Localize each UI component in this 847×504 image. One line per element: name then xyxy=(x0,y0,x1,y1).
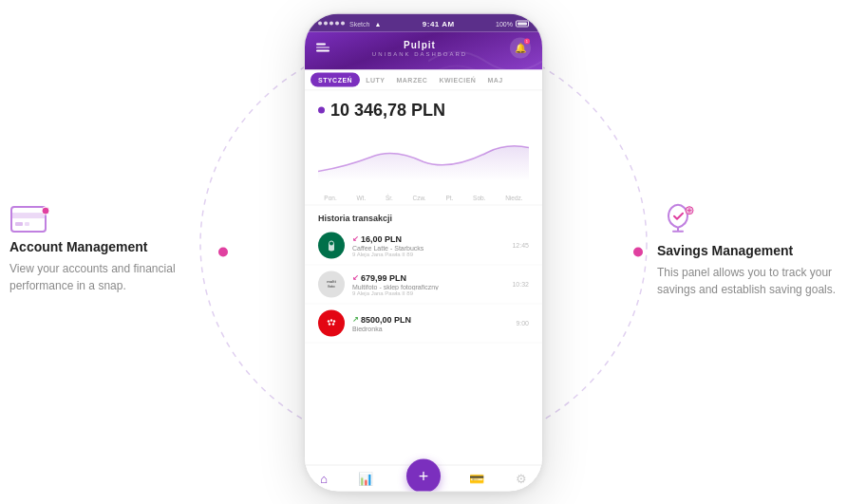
svg-point-14 xyxy=(332,323,334,325)
transactions-section: Historia transakcji ↙ 16,00 PLN xyxy=(305,204,542,464)
feature-right-title: Savings Management xyxy=(657,242,838,257)
balance-dot xyxy=(318,106,325,113)
nav-card[interactable]: 💳 xyxy=(469,471,484,485)
transaction-1-amount: ↙ 16,00 PLN xyxy=(352,233,504,243)
biedronka-logo xyxy=(318,309,345,336)
transaction-item[interactable]: multifoto ↙ 679,99 PLN Multifoto - sklep… xyxy=(305,265,542,304)
wifi-icon: ▲ xyxy=(374,20,381,27)
svg-point-8 xyxy=(329,241,333,245)
battery-fill xyxy=(518,22,527,25)
transaction-3-details: ↗ 8500,00 PLN Biedronka xyxy=(352,314,508,331)
balance-section: 10 346,78 PLN xyxy=(305,90,542,123)
transaction-2-name: Multifoto - sklep fotograficzny xyxy=(352,283,504,289)
status-time: 9:41 AM xyxy=(423,19,455,28)
transaction-item[interactable]: ↙ 16,00 PLN Caffee Latte - Starbucks 9 A… xyxy=(305,226,542,265)
hamburger-line-3 xyxy=(316,50,329,52)
fab-area: + xyxy=(406,458,441,492)
svg-rect-3 xyxy=(15,222,23,226)
nav-settings[interactable]: ⚙ xyxy=(516,471,527,485)
signal-dot-1 xyxy=(318,22,322,26)
status-bar: Sketch ▲ 9:41 AM 100% xyxy=(305,13,542,31)
account-management-icon xyxy=(9,201,199,239)
arrow-down-icon-2: ↙ xyxy=(352,273,359,282)
signal-dot-5 xyxy=(341,22,345,26)
transactions-title: Historia transakcji xyxy=(305,205,542,226)
transaction-3-name: Biedronka xyxy=(352,325,508,331)
left-connector-dot xyxy=(218,247,228,256)
transaction-3-time: 9:00 xyxy=(516,320,529,327)
svg-point-10 xyxy=(328,320,329,322)
battery-icon xyxy=(516,20,529,27)
menu-icon[interactable] xyxy=(316,44,329,52)
starbucks-logo xyxy=(318,232,345,258)
page-container: Account Management View your accounts an… xyxy=(0,0,847,504)
signal-dot-3 xyxy=(329,22,333,26)
multifoto-text: multifoto xyxy=(327,280,336,289)
transaction-2-time: 10:32 xyxy=(512,281,529,288)
month-tab-marzec[interactable]: MARZEC xyxy=(390,69,433,89)
hamburger-line-2 xyxy=(316,47,329,48)
bell-icon: 🔔 xyxy=(515,43,526,53)
nav-chart[interactable]: 📊 xyxy=(358,471,373,485)
settings-icon: ⚙ xyxy=(516,471,527,485)
days-row: Pon. Wt. Śr. Czw. Pt. Sob. Niedz. xyxy=(305,190,542,204)
day-sr: Śr. xyxy=(386,194,393,200)
day-wt: Wt. xyxy=(356,194,366,200)
nav-home[interactable]: ⌂ xyxy=(320,471,328,485)
feature-left-desc: View your accounts and financial perform… xyxy=(9,260,199,294)
multifoto-logo: multifoto xyxy=(318,271,345,297)
transaction-1-address: 9 Aleja Jana Pawła II 89 xyxy=(352,251,504,256)
svg-rect-2 xyxy=(11,213,46,218)
transaction-2-amount: ↙ 679,99 PLN xyxy=(352,272,504,282)
transaction-3-amount: ↗ 8500,00 PLN xyxy=(352,314,508,324)
day-niedz: Niedz. xyxy=(505,194,522,200)
transaction-2-details: ↙ 679,99 PLN Multifoto - sklep fotografi… xyxy=(352,272,504,295)
phone-frame: Sketch ▲ 9:41 AM 100% xyxy=(304,12,543,492)
svg-point-12 xyxy=(333,320,335,322)
month-tab-styczen[interactable]: STYCZEŃ xyxy=(311,72,360,86)
chart-icon: 📊 xyxy=(358,471,373,485)
plus-icon: + xyxy=(419,467,429,484)
status-right: 100% xyxy=(496,20,529,27)
home-icon: ⌂ xyxy=(320,471,328,485)
transaction-1-time: 12:45 xyxy=(512,242,529,249)
svg-rect-1 xyxy=(11,207,46,232)
battery-percentage: 100% xyxy=(496,20,513,27)
day-czw: Czw. xyxy=(413,194,426,200)
feature-right: Savings Management This panel allows you… xyxy=(657,196,838,297)
day-pt: Pt. xyxy=(445,194,453,200)
feature-left: Account Management View your accounts an… xyxy=(9,201,199,294)
balance-amount: 10 346,78 PLN xyxy=(318,100,529,120)
savings-management-icon xyxy=(657,196,838,242)
bottom-nav-container: ⌂ 📊 💳 ⚙ + xyxy=(305,464,542,491)
svg-point-5 xyxy=(42,207,49,215)
transaction-item[interactable]: ↗ 8500,00 PLN Biedronka 9:00 xyxy=(305,304,542,343)
feature-left-title: Account Management xyxy=(9,239,199,254)
phone-mockup: Sketch ▲ 9:41 AM 100% xyxy=(304,12,543,492)
arrow-down-icon: ↙ xyxy=(352,234,359,243)
month-tab-luty[interactable]: LUTY xyxy=(360,69,390,89)
status-sketch-label: Sketch xyxy=(349,20,369,27)
card-icon: 💳 xyxy=(469,471,484,485)
transaction-2-address: 9 Aleja Jana Pawła II 89 xyxy=(352,289,504,295)
svg-rect-4 xyxy=(25,222,29,226)
feature-right-desc: This panel allows you to track your savi… xyxy=(657,263,838,297)
right-connector-dot xyxy=(633,247,643,256)
svg-point-9 xyxy=(324,315,339,330)
notification-badge: 1 xyxy=(524,38,530,44)
arrow-up-icon: ↗ xyxy=(352,315,359,324)
svg-point-13 xyxy=(329,323,330,325)
day-pon: Pon. xyxy=(324,194,336,200)
day-sob: Sob. xyxy=(473,194,485,200)
app-header: Pulpit UNIBANK DASHBOARD 🔔 1 xyxy=(305,31,542,69)
svg-point-11 xyxy=(330,319,332,321)
status-left: Sketch ▲ xyxy=(318,20,381,27)
chart-area xyxy=(305,123,542,190)
balance-value: 10 346,78 PLN xyxy=(330,100,445,120)
signal-dot-2 xyxy=(324,22,328,26)
notification-button[interactable]: 🔔 1 xyxy=(510,37,531,58)
transaction-1-name: Caffee Latte - Starbucks xyxy=(352,244,504,251)
transaction-1-details: ↙ 16,00 PLN Caffee Latte - Starbucks 9 A… xyxy=(352,233,504,256)
fab-button[interactable]: + xyxy=(406,458,441,492)
hamburger-line-1 xyxy=(316,44,326,46)
